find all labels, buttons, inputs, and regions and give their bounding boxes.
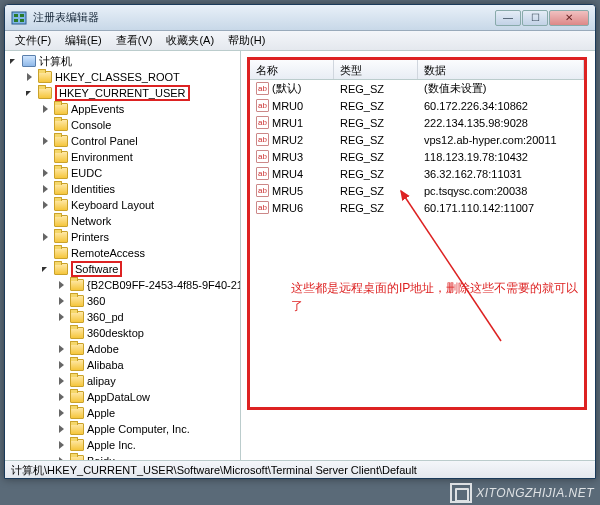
minimize-button[interactable]: — xyxy=(495,10,521,26)
value-row[interactable]: MRU0REG_SZ60.172.226.34:10862 xyxy=(250,97,584,114)
tree-item[interactable]: Control Panel xyxy=(5,133,240,149)
tree-item[interactable]: Apple xyxy=(5,405,240,421)
tree-item[interactable]: Apple Inc. xyxy=(5,437,240,453)
tree-item[interactable]: Network xyxy=(5,213,240,229)
tree-item[interactable]: alipay xyxy=(5,373,240,389)
expander-icon[interactable] xyxy=(57,312,68,323)
expander-icon[interactable] xyxy=(57,392,68,403)
folder-icon xyxy=(70,279,84,291)
tree-item[interactable]: 计算机 xyxy=(5,53,240,69)
tree-item[interactable]: AppDataLow xyxy=(5,389,240,405)
tree-label: HKEY_CURRENT_USER xyxy=(55,85,190,101)
tree-item[interactable]: RemoteAccess xyxy=(5,245,240,261)
expander-icon[interactable] xyxy=(57,440,68,451)
expander-icon[interactable] xyxy=(57,344,68,355)
folder-icon xyxy=(70,359,84,371)
value-row[interactable]: MRU3REG_SZ118.123.19.78:10432 xyxy=(250,148,584,165)
expander-icon[interactable] xyxy=(41,200,52,211)
folder-icon xyxy=(70,375,84,387)
expander-icon[interactable] xyxy=(41,184,52,195)
list-body[interactable]: (默认)REG_SZ(数值未设置)MRU0REG_SZ60.172.226.34… xyxy=(250,80,584,216)
expander-icon[interactable] xyxy=(25,72,36,83)
expander-icon[interactable] xyxy=(41,232,52,243)
tree-item[interactable]: {B2CB09FF-2453-4f85-9F40-21C05E xyxy=(5,277,240,293)
maximize-button[interactable]: ☐ xyxy=(522,10,548,26)
tree-item[interactable]: EUDC xyxy=(5,165,240,181)
window-title: 注册表编辑器 xyxy=(33,10,495,25)
tree-label: Network xyxy=(71,215,111,227)
expander-none xyxy=(57,328,68,339)
tree-item[interactable]: Printers xyxy=(5,229,240,245)
value-type: REG_SZ xyxy=(334,83,418,95)
tree-label: 360_pd xyxy=(87,311,124,323)
expander-icon[interactable] xyxy=(57,360,68,371)
close-button[interactable]: ✕ xyxy=(549,10,589,26)
tree-label: Apple Inc. xyxy=(87,439,136,451)
expander-icon[interactable] xyxy=(41,136,52,147)
tree-item[interactable]: Apple Computer, Inc. xyxy=(5,421,240,437)
string-value-icon xyxy=(256,133,269,146)
expander-icon[interactable] xyxy=(41,264,52,275)
value-data: vps12.ab-hyper.com:20011 xyxy=(418,134,584,146)
value-row[interactable]: (默认)REG_SZ(数值未设置) xyxy=(250,80,584,97)
value-type: REG_SZ xyxy=(334,168,418,180)
tree-item[interactable]: 360desktop xyxy=(5,325,240,341)
expander-icon[interactable] xyxy=(57,408,68,419)
svg-rect-0 xyxy=(12,12,26,24)
expander-none xyxy=(41,152,52,163)
app-icon xyxy=(11,10,27,26)
expander-icon[interactable] xyxy=(57,296,68,307)
menu-item[interactable]: 文件(F) xyxy=(9,31,57,50)
tree-item[interactable]: 360_pd xyxy=(5,309,240,325)
menu-item[interactable]: 收藏夹(A) xyxy=(160,31,220,50)
menu-item[interactable]: 查看(V) xyxy=(110,31,159,50)
expander-icon[interactable] xyxy=(25,88,36,99)
expander-icon[interactable] xyxy=(41,104,52,115)
tree-label: EUDC xyxy=(71,167,102,179)
value-name: MRU3 xyxy=(272,151,303,163)
tree-label: Apple xyxy=(87,407,115,419)
tree-item[interactable]: Console xyxy=(5,117,240,133)
tree-item[interactable]: Environment xyxy=(5,149,240,165)
string-value-icon xyxy=(256,201,269,214)
col-type[interactable]: 类型 xyxy=(334,60,418,79)
tree-item[interactable]: Software xyxy=(5,261,240,277)
col-data[interactable]: 数据 xyxy=(418,60,584,79)
tree-item[interactable]: Baidu xyxy=(5,453,240,460)
registry-tree[interactable]: 计算机HKEY_CLASSES_ROOTHKEY_CURRENT_USERApp… xyxy=(5,51,241,460)
value-row[interactable]: MRU2REG_SZvps12.ab-hyper.com:20011 xyxy=(250,131,584,148)
regedit-window: 注册表编辑器 — ☐ ✕ 文件(F)编辑(E)查看(V)收藏夹(A)帮助(H) … xyxy=(4,4,596,479)
expander-icon[interactable] xyxy=(9,56,20,67)
value-row[interactable]: MRU5REG_SZpc.tsqysc.com:20038 xyxy=(250,182,584,199)
tree-item[interactable]: 360 xyxy=(5,293,240,309)
expander-icon[interactable] xyxy=(57,376,68,387)
value-type: REG_SZ xyxy=(334,185,418,197)
value-row[interactable]: MRU4REG_SZ36.32.162.78:11031 xyxy=(250,165,584,182)
string-value-icon xyxy=(256,99,269,112)
expander-icon[interactable] xyxy=(57,280,68,291)
string-value-icon xyxy=(256,150,269,163)
value-name: (默认) xyxy=(272,81,301,96)
tree-item[interactable]: Identities xyxy=(5,181,240,197)
expander-icon[interactable] xyxy=(57,424,68,435)
tree-item[interactable]: Keyboard Layout xyxy=(5,197,240,213)
folder-icon xyxy=(70,455,84,460)
tree-item[interactable]: HKEY_CURRENT_USER xyxy=(5,85,240,101)
list-header[interactable]: 名称 类型 数据 xyxy=(250,60,584,80)
tree-item[interactable]: HKEY_CLASSES_ROOT xyxy=(5,69,240,85)
value-row[interactable]: MRU1REG_SZ222.134.135.98:9028 xyxy=(250,114,584,131)
expander-icon[interactable] xyxy=(57,456,68,461)
tree-item[interactable]: Adobe xyxy=(5,341,240,357)
value-type: REG_SZ xyxy=(334,117,418,129)
value-row[interactable]: MRU6REG_SZ60.171.110.142:11007 xyxy=(250,199,584,216)
tree-label: Adobe xyxy=(87,343,119,355)
menubar: 文件(F)编辑(E)查看(V)收藏夹(A)帮助(H) xyxy=(5,31,595,51)
tree-label: AppEvents xyxy=(71,103,124,115)
tree-item[interactable]: AppEvents xyxy=(5,101,240,117)
menu-item[interactable]: 帮助(H) xyxy=(222,31,271,50)
col-name[interactable]: 名称 xyxy=(250,60,334,79)
expander-icon[interactable] xyxy=(41,168,52,179)
menu-item[interactable]: 编辑(E) xyxy=(59,31,108,50)
tree-item[interactable]: Alibaba xyxy=(5,357,240,373)
titlebar[interactable]: 注册表编辑器 — ☐ ✕ xyxy=(5,5,595,31)
